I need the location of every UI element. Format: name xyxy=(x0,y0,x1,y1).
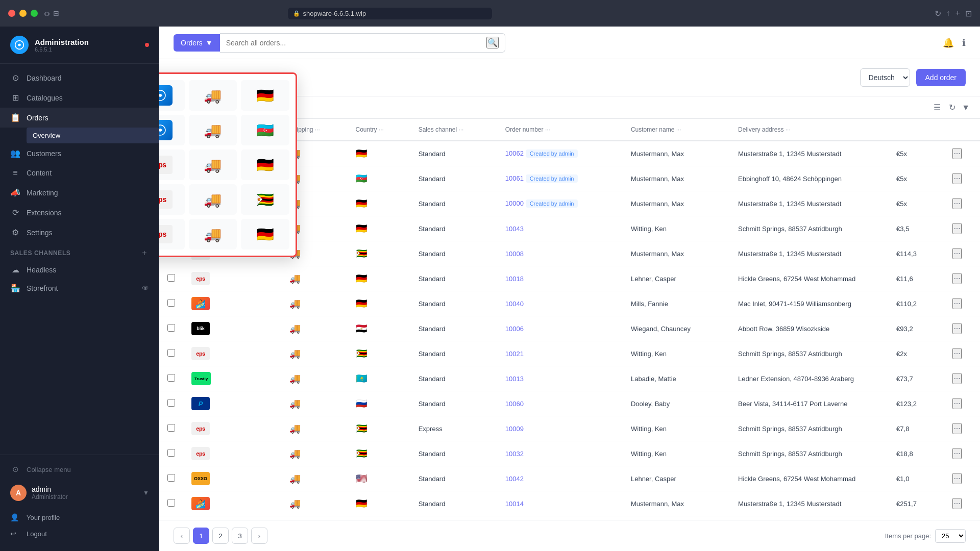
add-sales-channel-button[interactable]: + xyxy=(140,248,149,258)
order-number-cell[interactable]: 10000 Created by admin xyxy=(497,191,623,216)
sidebar-item-marketing[interactable]: 📣 Marketing xyxy=(0,183,159,203)
row-checkbox[interactable] xyxy=(167,274,175,282)
channel-cell: Standard xyxy=(410,366,497,391)
row-more-button[interactable]: ··· xyxy=(952,273,961,284)
row-checkbox[interactable] xyxy=(167,324,175,332)
notification-bell-icon[interactable]: 🔔 xyxy=(943,37,954,48)
icon-cell-flag-az[interactable]: 🇦🇿 xyxy=(241,115,289,145)
sidebar-item-dashboard[interactable]: ⊙ Dashboard xyxy=(0,68,159,88)
user-section[interactable]: A admin Administrator ▼ xyxy=(0,479,159,507)
icon-cell-truck3[interactable]: 🚚 xyxy=(189,219,237,249)
row-checkbox[interactable] xyxy=(167,424,175,432)
collapse-menu-button[interactable]: ⊙ Collapse menu xyxy=(0,460,159,479)
icon-cell-shopware1[interactable] xyxy=(159,80,185,111)
sidebar-item-headless[interactable]: ☁ Headless xyxy=(0,261,159,279)
row-more-button[interactable]: ··· xyxy=(952,348,961,359)
order-number-cell[interactable]: 10008 xyxy=(497,241,623,266)
language-selector[interactable]: Deutsch xyxy=(860,68,910,87)
row-more-button[interactable]: ··· xyxy=(952,148,961,159)
sidebar-item-storefront[interactable]: 🏪 Storefront 👁 xyxy=(0,279,159,297)
order-number-cell[interactable]: 10042 xyxy=(497,466,623,491)
row-checkbox[interactable] xyxy=(167,499,175,507)
order-number-cell[interactable]: 10040 xyxy=(497,291,623,316)
sidebar-sub-item-overview[interactable]: Overview xyxy=(27,128,159,143)
country-flag-icon: 🇷🇺 xyxy=(356,398,367,409)
headless-label: Headless xyxy=(27,266,56,274)
icon-cell-shopware2[interactable] xyxy=(159,115,185,145)
icon-cell-flag-zw[interactable]: 🇿🇼 xyxy=(241,184,289,215)
order-number-cell[interactable]: 10043 xyxy=(497,216,623,241)
sidebar-item-extensions[interactable]: ⟳ Extensions xyxy=(0,203,159,222)
sidebar-item-content[interactable]: ≡ Content xyxy=(0,163,159,183)
close-button[interactable] xyxy=(8,10,15,17)
help-icon[interactable]: ℹ xyxy=(962,37,966,48)
row-more-button[interactable]: ··· xyxy=(952,373,961,384)
order-number-cell[interactable]: 10049 xyxy=(497,516,623,520)
new-tab-button[interactable]: + xyxy=(955,9,960,18)
page-1-button[interactable]: 1 xyxy=(193,528,209,544)
row-more-button[interactable]: ··· xyxy=(952,198,961,209)
row-checkbox[interactable] xyxy=(167,399,175,407)
row-more-button[interactable]: ··· xyxy=(952,398,961,409)
row-more-button[interactable]: ··· xyxy=(952,423,961,434)
order-number-cell[interactable]: 10060 xyxy=(497,391,623,416)
next-page-button[interactable]: › xyxy=(251,528,267,544)
icon-cell-eps1[interactable]: eps xyxy=(159,149,185,180)
order-number-cell[interactable]: 10013 xyxy=(497,366,623,391)
icon-cell-eps2[interactable]: eps xyxy=(159,184,185,215)
order-number-cell[interactable]: 10006 xyxy=(497,316,623,341)
channel-cell: Standard xyxy=(410,241,497,266)
logout-button[interactable]: ↩ Logout xyxy=(0,525,159,542)
row-more-button[interactable]: ··· xyxy=(952,498,961,509)
row-checkbox[interactable] xyxy=(167,349,175,357)
orders-filter-button[interactable]: Orders ▼ xyxy=(174,34,220,52)
row-more-button[interactable]: ··· xyxy=(952,448,961,459)
page-2-button[interactable]: 2 xyxy=(212,528,229,544)
icon-cell-truck-red1[interactable]: 🚚 xyxy=(189,149,237,180)
add-order-button[interactable]: Add order xyxy=(916,69,966,86)
row-checkbox[interactable] xyxy=(167,299,175,307)
share-button[interactable]: ↑ xyxy=(946,9,950,18)
page-3-button[interactable]: 3 xyxy=(232,528,248,544)
search-input[interactable] xyxy=(226,39,486,47)
row-checkbox[interactable] xyxy=(167,474,175,482)
sidebar-item-catalogues[interactable]: ⊞ Catalogues xyxy=(0,88,159,108)
refresh-icon[interactable]: ↻ xyxy=(947,101,958,114)
icon-cell-eps3[interactable]: eps xyxy=(159,219,185,249)
icon-cell-truck-red2[interactable]: 🚚 xyxy=(189,184,237,215)
order-number-cell[interactable]: 10009 xyxy=(497,416,623,441)
sidebar-item-customers[interactable]: 👥 Customers xyxy=(0,143,159,163)
sidebar-item-orders[interactable]: 📋 Orders xyxy=(0,108,159,128)
sidebar-item-settings[interactable]: ⚙ Settings xyxy=(0,222,159,242)
filter-icon[interactable]: ▼ xyxy=(962,103,970,112)
prev-page-button[interactable]: ‹ xyxy=(174,528,190,544)
order-number-cell[interactable]: 10018 xyxy=(497,266,623,291)
icon-cell-flag-de3[interactable]: 🇩🇪 xyxy=(241,219,289,249)
per-page-selector[interactable]: 25 50 100 xyxy=(935,529,966,543)
row-checkbox[interactable] xyxy=(167,374,175,382)
icon-cell-flag-de1[interactable]: 🇩🇪 xyxy=(241,80,289,111)
row-more-button[interactable]: ··· xyxy=(952,323,961,334)
columns-icon[interactable]: ☰ xyxy=(932,101,943,114)
order-number-cell[interactable]: 10021 xyxy=(497,341,623,366)
icon-cell-truck1[interactable]: 🚚 xyxy=(189,80,237,111)
order-number-cell[interactable]: 10014 xyxy=(497,491,623,516)
url-bar[interactable]: 🔒 shopware-6.6.5.1.wip xyxy=(288,8,492,19)
your-profile-button[interactable]: 👤 Your profile xyxy=(0,509,159,525)
minimize-button[interactable] xyxy=(19,10,27,17)
tabs-button[interactable]: ⊡ xyxy=(965,9,972,18)
row-more-button[interactable]: ··· xyxy=(952,223,961,234)
search-button[interactable]: 🔍 xyxy=(486,37,499,48)
maximize-button[interactable] xyxy=(31,10,38,17)
order-number-cell[interactable]: 10061 Created by admin xyxy=(497,166,623,191)
row-more-button[interactable]: ··· xyxy=(952,173,961,184)
order-number-cell[interactable]: 10062 Created by admin xyxy=(497,141,623,166)
icon-cell-flag-de2[interactable]: 🇩🇪 xyxy=(241,149,289,180)
row-checkbox[interactable] xyxy=(167,449,175,457)
row-more-button[interactable]: ··· xyxy=(952,473,961,484)
reload-button[interactable]: ↻ xyxy=(935,9,941,18)
row-more-button[interactable]: ··· xyxy=(952,248,961,259)
icon-cell-truck2[interactable]: 🚚 xyxy=(189,115,237,145)
order-number-cell[interactable]: 10032 xyxy=(497,441,623,466)
row-more-button[interactable]: ··· xyxy=(952,298,961,309)
